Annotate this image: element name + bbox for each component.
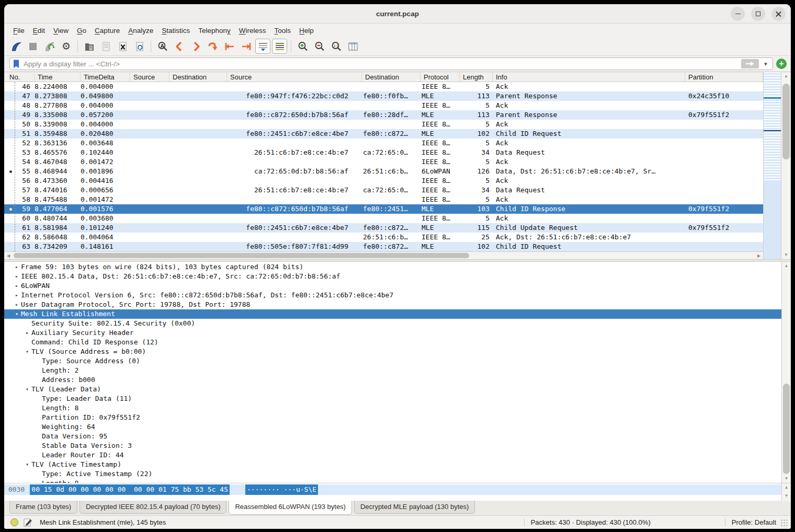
scroll-up-icon[interactable]: ▲ bbox=[782, 483, 791, 492]
expand-arrow-icon[interactable]: ▸ bbox=[13, 291, 21, 300]
detail-row[interactable]: ▸Auxiliary Security Header bbox=[4, 328, 781, 338]
packet-row[interactable]: 468.2240080.004000IEEE 8…5Ack bbox=[4, 82, 763, 91]
hscroll-thumb[interactable] bbox=[14, 253, 469, 258]
add-filter-button[interactable]: + bbox=[776, 59, 787, 69]
scroll-down-icon[interactable]: ▼ bbox=[782, 475, 791, 483]
zoom-out-button[interactable] bbox=[312, 39, 327, 54]
scroll-left-icon[interactable]: ◀ bbox=[4, 252, 13, 260]
detail-row[interactable]: Security Suite: 802.15.4 Security (0x00) bbox=[4, 319, 781, 328]
detail-row[interactable]: ▾Mesh Link Establishment bbox=[4, 309, 781, 319]
find-packet-button[interactable]: A bbox=[155, 39, 170, 54]
menu-view[interactable]: View bbox=[49, 25, 73, 36]
detail-row[interactable]: Partition ID: 0x79f551f2 bbox=[4, 413, 781, 422]
save-file-button[interactable] bbox=[98, 39, 113, 54]
column-header-no[interactable]: No. bbox=[4, 72, 35, 82]
titlebar[interactable]: current.pcap bbox=[4, 4, 791, 24]
detail-row[interactable]: Stable Data Version: 3 bbox=[4, 441, 781, 450]
packet-row[interactable]: 548.4670480.001472IEEE 8…5Ack bbox=[4, 157, 763, 167]
column-header-partition[interactable]: Partition bbox=[685, 72, 763, 82]
menu-help[interactable]: Help bbox=[295, 25, 318, 36]
column-header-destination[interactable]: Destination bbox=[169, 72, 227, 82]
close-file-button[interactable] bbox=[115, 39, 130, 54]
expert-info-icon[interactable] bbox=[10, 518, 18, 526]
packet-row[interactable]: 478.2738080.049800fe80::947f:f476:22bc:c… bbox=[4, 91, 763, 101]
byte-tab[interactable]: Decrypted IEEE 802.15.4 payload (70 byte… bbox=[80, 501, 226, 514]
reload-file-button[interactable] bbox=[132, 39, 147, 54]
menu-file[interactable]: File bbox=[9, 25, 29, 36]
packet-row[interactable]: 558.4689440.001896ca:72:65:0d:b7:b8:56:a… bbox=[4, 167, 763, 176]
detail-row[interactable]: ▸IEEE 802.15.4 Data, Dst: 26:51:c6:b7:e8… bbox=[4, 272, 781, 281]
go-to-packet-button[interactable] bbox=[205, 39, 220, 54]
stop-capture-button[interactable] bbox=[25, 39, 40, 54]
byte-tab[interactable]: Reassembled 6LoWPAN (193 bytes) bbox=[229, 501, 351, 515]
details-vscroll-thumb[interactable] bbox=[783, 384, 790, 474]
scroll-up-icon[interactable]: ▲ bbox=[782, 262, 791, 270]
packet-row[interactable]: 568.4733600.004416IEEE 8…5Ack bbox=[4, 176, 763, 186]
menu-capture[interactable]: Capture bbox=[90, 25, 124, 36]
close-button[interactable] bbox=[771, 7, 786, 21]
expand-arrow-icon[interactable]: ▸ bbox=[13, 272, 21, 281]
start-capture-button[interactable] bbox=[8, 39, 24, 54]
detail-row[interactable]: ▾TLV (Active Timestamp) bbox=[4, 460, 781, 469]
menu-analyze[interactable]: Analyze bbox=[124, 25, 157, 36]
apply-filter-button[interactable] bbox=[741, 59, 759, 68]
detail-row[interactable]: ▸Frame 59: 103 bytes on wire (824 bits),… bbox=[4, 262, 781, 272]
detail-row[interactable]: Address: b000 bbox=[4, 375, 781, 385]
detail-row[interactable]: Type: Active Timestamp (22) bbox=[4, 469, 781, 479]
colorize-toggle[interactable] bbox=[272, 39, 287, 54]
detail-row[interactable]: Length: 8 bbox=[4, 479, 781, 483]
packet-row[interactable]: 608.4807440.003680IEEE 8…5Ack bbox=[4, 214, 763, 223]
capture-options-button[interactable]: ⚙ bbox=[59, 39, 74, 54]
capture-comment-icon[interactable] bbox=[24, 518, 32, 527]
packet-row[interactable]: 488.2778080.004000IEEE 8…5Ack bbox=[4, 101, 763, 110]
packet-row[interactable]: 598.4770640.001576fe80::c872:650d:b7b8:5… bbox=[4, 204, 763, 214]
column-header-timedelta[interactable]: TimeDelta bbox=[81, 72, 130, 82]
menu-tools[interactable]: Tools bbox=[270, 25, 296, 36]
detail-row[interactable]: ▾TLV (Leader Data) bbox=[4, 385, 781, 394]
packet-row[interactable]: 618.5819840.101240fe80::2451:c6b7:e8ce:4… bbox=[4, 223, 763, 233]
detail-row[interactable]: ▸Internet Protocol Version 6, Src: fe80:… bbox=[4, 291, 781, 300]
detail-row[interactable]: Length: 2 bbox=[4, 366, 781, 375]
detail-row[interactable]: Length: 8 bbox=[4, 403, 781, 413]
menu-edit[interactable]: Edit bbox=[29, 25, 49, 36]
expand-arrow-icon[interactable]: ▸ bbox=[13, 262, 21, 272]
detail-row[interactable]: Weighting: 64 bbox=[4, 422, 781, 432]
menu-statistics[interactable]: Statistics bbox=[157, 25, 194, 36]
column-header-time[interactable]: Time bbox=[35, 72, 81, 82]
collapse-arrow-icon[interactable]: ▾ bbox=[23, 347, 31, 356]
detail-row[interactable]: Data Version: 95 bbox=[4, 432, 781, 441]
collapse-arrow-icon[interactable]: ▾ bbox=[23, 385, 31, 394]
packet-row[interactable]: 578.4740160.00065626:51:c6:b7:e8:ce:4b:e… bbox=[4, 186, 763, 195]
statusbar-profile[interactable]: Profile: Default bbox=[732, 518, 776, 526]
hex-row[interactable]: 0030 00 15 0d 00 00 00 00 00 00 00 01 75… bbox=[4, 484, 781, 495]
menu-go[interactable]: Go bbox=[73, 25, 90, 36]
hex-bytes-selected[interactable]: 00 15 0d 00 00 00 00 00 00 00 01 75 bb 5… bbox=[30, 484, 230, 495]
scroll-right-icon[interactable]: ▶ bbox=[755, 252, 763, 260]
menu-wireless[interactable]: Wireless bbox=[235, 25, 270, 36]
packet-row[interactable]: 588.4754880.001472IEEE 8…5Ack bbox=[4, 195, 763, 204]
packet-row[interactable]: 628.5860480.00406426:51:c6:b…IEEE 8…25Ac… bbox=[4, 233, 763, 242]
zoom-in-button[interactable] bbox=[295, 39, 310, 54]
byte-tab[interactable]: Frame (103 bytes) bbox=[9, 501, 77, 514]
go-back-button[interactable] bbox=[172, 39, 187, 54]
display-filter-input[interactable] bbox=[22, 60, 739, 68]
detail-row[interactable]: ▸User Datagram Protocol, Src Port: 19788… bbox=[4, 300, 781, 309]
column-header-protocol[interactable]: Protocol bbox=[421, 72, 460, 82]
open-file-button[interactable] bbox=[82, 39, 97, 54]
detail-row[interactable]: Type: Source Address (0) bbox=[4, 356, 781, 366]
packet-list-hscrollbar[interactable]: ◀ ▶ bbox=[4, 251, 763, 259]
restart-capture-button[interactable] bbox=[42, 39, 57, 54]
last-packet-button[interactable] bbox=[238, 39, 254, 54]
scroll-down-icon[interactable]: ▼ bbox=[781, 251, 791, 259]
detail-row[interactable]: Leader Router ID: 44 bbox=[4, 450, 781, 460]
packet-list-vscrollbar[interactable]: ▲ ▼ bbox=[781, 72, 791, 259]
resize-columns-button[interactable] bbox=[345, 39, 360, 54]
packet-row[interactable]: 538.4655760.10244026:51:c6:b7:e8:ce:4b:e… bbox=[4, 148, 763, 157]
detail-row[interactable]: ▾TLV (Source Address = b0:00) bbox=[4, 347, 781, 356]
menu-telephony[interactable]: Telephony bbox=[194, 25, 235, 36]
packet-row[interactable]: 508.3390080.004000IEEE 8…5Ack bbox=[4, 120, 763, 129]
column-header-source[interactable]: Source bbox=[130, 72, 169, 82]
detail-row[interactable]: Command: Child ID Response (12) bbox=[4, 338, 781, 347]
column-header-length[interactable]: Length bbox=[460, 72, 493, 82]
maximize-button[interactable] bbox=[751, 7, 765, 21]
